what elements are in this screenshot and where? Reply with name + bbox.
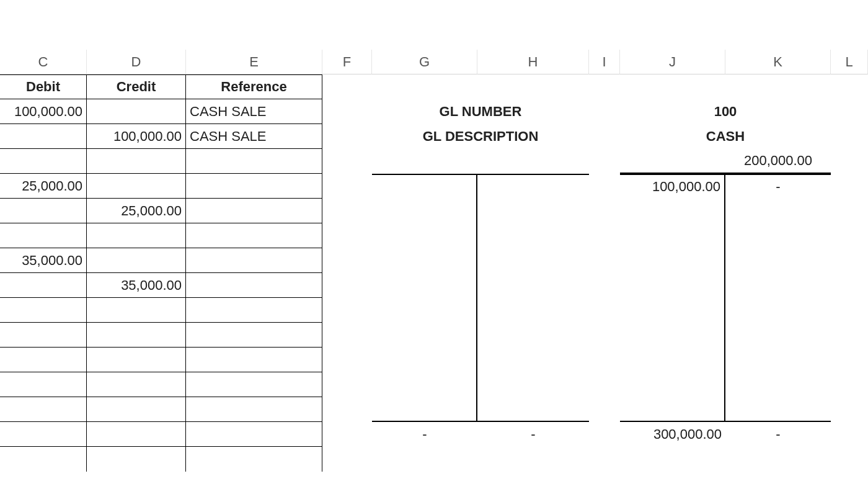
cell[interactable]	[831, 199, 868, 223]
cell[interactable]	[322, 223, 372, 248]
t-right-body-right[interactable]	[725, 298, 831, 323]
cell-reference[interactable]	[186, 422, 322, 447]
cell[interactable]	[831, 323, 868, 348]
cell[interactable]	[322, 447, 372, 472]
cell-reference[interactable]	[186, 248, 322, 273]
cell[interactable]	[589, 397, 620, 422]
cell[interactable]	[589, 124, 620, 149]
cell-debit[interactable]: 35,000.00	[0, 248, 87, 273]
cell[interactable]	[589, 174, 620, 199]
cell-debit[interactable]: 100,000.00	[0, 99, 87, 124]
cell[interactable]	[589, 298, 620, 323]
cell[interactable]	[725, 74, 831, 99]
cell-debit[interactable]	[0, 149, 87, 174]
t-left-total-left[interactable]: -	[372, 422, 477, 447]
cell-reference[interactable]	[186, 397, 322, 422]
cell[interactable]	[322, 248, 372, 273]
t-right-total-right[interactable]: -	[725, 422, 831, 447]
cell-reference[interactable]	[186, 447, 322, 472]
t-left-body-right[interactable]	[477, 397, 589, 422]
col-header-H[interactable]: H	[477, 50, 589, 74]
t-right-body-left[interactable]	[620, 323, 725, 348]
cell-reference[interactable]	[186, 199, 322, 223]
t-right-body-right[interactable]	[725, 223, 831, 248]
cell-credit[interactable]	[87, 372, 186, 397]
t-right-body-left[interactable]	[620, 348, 725, 372]
cell[interactable]	[831, 223, 868, 248]
cell[interactable]	[831, 248, 868, 273]
col-header-J[interactable]: J	[620, 50, 725, 74]
cell[interactable]	[372, 74, 477, 99]
t-left-body-left[interactable]	[372, 298, 477, 323]
cell-reference[interactable]	[186, 323, 322, 348]
cell-reference[interactable]	[186, 223, 322, 248]
t-right-header-right[interactable]: 200,000.00	[725, 149, 831, 174]
cell[interactable]	[589, 223, 620, 248]
cell[interactable]	[589, 99, 620, 124]
col-header-G[interactable]: G	[372, 50, 477, 74]
cell-debit[interactable]	[0, 124, 87, 149]
cell[interactable]	[477, 447, 589, 472]
cell-reference[interactable]	[186, 372, 322, 397]
col-header-L[interactable]: L	[831, 50, 868, 74]
t-left-body-right[interactable]	[477, 348, 589, 372]
cell[interactable]	[372, 149, 477, 174]
cell-debit[interactable]	[0, 422, 87, 447]
cell[interactable]	[831, 298, 868, 323]
cell-debit[interactable]: 25,000.00	[0, 174, 87, 199]
cell-reference[interactable]: CASH SALE	[186, 124, 322, 149]
col-header-K[interactable]: K	[725, 50, 831, 74]
cell-debit[interactable]	[0, 447, 87, 472]
cell-credit[interactable]: 25,000.00	[87, 199, 186, 223]
t-left-body-left[interactable]	[372, 223, 477, 248]
t-left-body-left[interactable]	[372, 372, 477, 397]
cell-credit[interactable]	[87, 99, 186, 124]
col-header-F[interactable]: F	[322, 50, 372, 74]
cell[interactable]	[589, 372, 620, 397]
t-right-body-right[interactable]	[725, 372, 831, 397]
cell[interactable]	[322, 348, 372, 372]
cell-reference[interactable]	[186, 298, 322, 323]
t-right-body-left[interactable]	[620, 223, 725, 248]
gl-number-label[interactable]: GL NUMBER	[372, 99, 589, 124]
cell-credit[interactable]	[87, 348, 186, 372]
cell[interactable]	[589, 248, 620, 273]
cell[interactable]	[322, 149, 372, 174]
cell-credit[interactable]	[87, 397, 186, 422]
cell[interactable]	[831, 273, 868, 298]
cell[interactable]	[477, 74, 589, 99]
t-left-body-left[interactable]	[372, 323, 477, 348]
t-right-body-right[interactable]: -	[725, 174, 831, 199]
t-left-body-right[interactable]	[477, 223, 589, 248]
cell-credit[interactable]: 35,000.00	[87, 273, 186, 298]
cell[interactable]	[831, 348, 868, 372]
cell-credit[interactable]	[87, 248, 186, 273]
cell-debit[interactable]	[0, 298, 87, 323]
t-right-body-left[interactable]	[620, 199, 725, 223]
cell-credit[interactable]	[87, 149, 186, 174]
t-left-body-left[interactable]	[372, 248, 477, 273]
cell-debit[interactable]	[0, 348, 87, 372]
cell-debit[interactable]	[0, 397, 87, 422]
cell[interactable]	[322, 199, 372, 223]
cell[interactable]	[322, 397, 372, 422]
cell-reference[interactable]	[186, 174, 322, 199]
cell[interactable]	[372, 447, 477, 472]
t-right-body-left[interactable]	[620, 372, 725, 397]
cell[interactable]	[589, 348, 620, 372]
cell[interactable]	[589, 447, 620, 472]
cell[interactable]	[589, 149, 620, 174]
cell[interactable]	[322, 99, 372, 124]
t-right-body-right[interactable]	[725, 323, 831, 348]
t-left-body-left[interactable]	[372, 397, 477, 422]
cell[interactable]	[322, 298, 372, 323]
cell[interactable]	[589, 199, 620, 223]
gl-desc-value[interactable]: CASH	[620, 124, 831, 149]
gl-number-value[interactable]: 100	[620, 99, 831, 124]
t-right-body-right[interactable]	[725, 273, 831, 298]
t-right-body-right[interactable]	[725, 397, 831, 422]
cell-credit[interactable]	[87, 223, 186, 248]
t-left-body-right[interactable]	[477, 199, 589, 223]
cell[interactable]	[831, 397, 868, 422]
cell[interactable]	[725, 447, 831, 472]
